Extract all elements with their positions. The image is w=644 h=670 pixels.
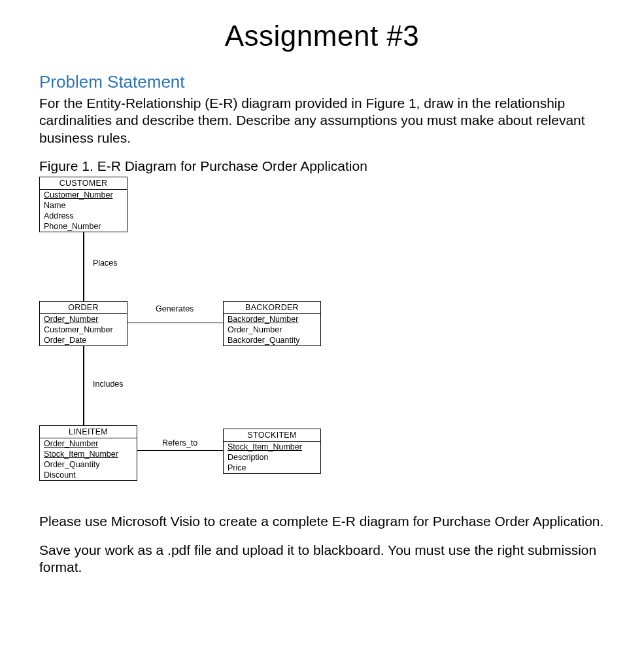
entity-backorder-pk: Backorder_Number [224,314,320,325]
entity-customer-attr: Address [40,211,127,221]
entity-order-attr: Order_Date [40,335,127,345]
entity-lineitem-title: LINEITEM [40,426,137,438]
entity-customer: CUSTOMER Customer_Number Name Address Ph… [39,177,127,232]
connector-lineitem-stockitem [137,450,223,451]
entity-backorder-title: BACKORDER [224,302,320,313]
rel-label-generates: Generates [156,304,194,313]
entity-lineitem-pk2: Stock_Item_Number [40,449,137,459]
er-diagram: CUSTOMER Customer_Number Name Address Ph… [39,177,366,504]
rel-label-places: Places [93,258,118,268]
figure-caption: Figure 1. E-R Diagram for Purchase Order… [39,158,605,174]
entity-stockitem-title: STOCKITEM [224,429,320,441]
rel-label-includes: Includes [93,379,124,389]
entity-order-attr: Customer_Number [40,325,127,335]
entity-customer-attr: Name [40,200,127,211]
entity-customer-attr: Phone_Number [40,221,127,232]
entity-customer-title: CUSTOMER [40,177,127,189]
connector-customer-order [83,232,84,301]
entity-order-pk: Order_Number [40,314,127,325]
entity-order: ORDER Order_Number Customer_Number Order… [39,301,127,346]
entity-backorder-attr: Backorder_Quantity [224,335,320,345]
entity-lineitem-attr: Discount [40,470,137,480]
outro-paragraph-2: Save your work as a .pdf file and upload… [39,542,605,576]
entity-stockitem: STOCKITEM Stock_Item_Number Description … [223,429,321,474]
entity-backorder: BACKORDER Backorder_Number Order_Number … [223,301,321,346]
entity-customer-pk: Customer_Number [40,190,127,200]
intro-paragraph: For the Entity-Relationship (E-R) diagra… [39,95,605,147]
connector-order-backorder [127,323,223,324]
entity-lineitem: LINEITEM Order_Number Stock_Item_Number … [39,425,137,481]
entity-backorder-attr: Order_Number [224,325,320,335]
entity-lineitem-pk1: Order_Number [40,438,137,449]
outro-paragraph-1: Please use Microsoft Visio to create a c… [39,513,605,530]
connector-order-lineitem [83,345,84,425]
document-title: Assignment #3 [39,20,605,52]
entity-order-title: ORDER [40,302,127,313]
entity-stockitem-pk: Stock_Item_Number [224,442,320,452]
entity-stockitem-attr: Price [224,463,320,473]
rel-label-refers-to: Refers_to [162,438,197,448]
entity-stockitem-attr: Description [224,452,320,463]
entity-lineitem-attr: Order_Quantity [40,459,137,470]
document-page: Assignment #3 Problem Statement For the … [0,0,644,670]
section-heading: Problem Statement [39,72,605,92]
